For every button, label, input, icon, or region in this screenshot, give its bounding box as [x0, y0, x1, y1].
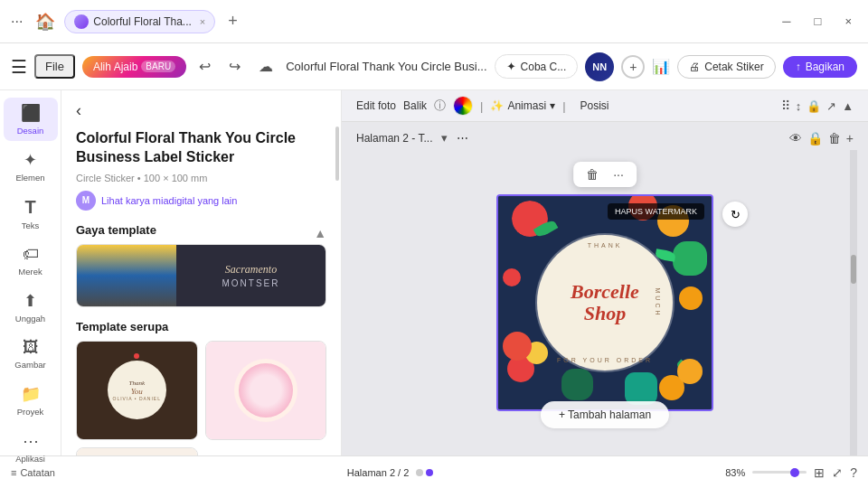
sidebar-item-desain[interactable]: ⬛ Desain [4, 98, 58, 141]
shop-name-line1: Borcelle [571, 281, 639, 303]
design-card[interactable]: THANK MUCH FOR YOUR ORDER Borcelle Shop … [496, 194, 713, 411]
cloud-save-icon[interactable]: ☁ [253, 54, 278, 79]
hapus-watermark-button[interactable]: HAPUS WATERMARK [608, 203, 704, 220]
active-tab[interactable]: Colorful Floral Tha... × [64, 10, 215, 33]
center-circle: THANK MUCH FOR YOUR ORDER Borcelle Shop [537, 235, 673, 371]
sidebar-item-gambar[interactable]: 🖼 Gambar [4, 333, 58, 375]
file-menu-button[interactable]: File [34, 54, 75, 79]
user-avatar[interactable]: NN [585, 52, 614, 81]
refresh-design-button[interactable]: ↻ [722, 202, 748, 227]
animasi-arrow: ▾ [550, 99, 555, 112]
template-serupa-title: Template serupa [76, 320, 326, 333]
analytics-icon[interactable]: 📊 [652, 58, 670, 75]
sidebar-item-merek[interactable]: 🏷 Merek [4, 239, 58, 282]
template-card-2-preview [206, 342, 326, 439]
page-dots [416, 469, 433, 476]
elemen-icon: ✦ [24, 150, 37, 170]
gaya-text-area: Sacramento MONTSER [176, 245, 326, 306]
dotted-grid-icon[interactable]: ⠿ [781, 99, 790, 113]
balik-button[interactable]: Balik [403, 99, 427, 112]
bagikan-button[interactable]: ↑ Bagikan [783, 56, 857, 78]
sidebar-item-teks[interactable]: T Teks [4, 192, 58, 236]
info-icon[interactable]: ⓘ [434, 98, 446, 114]
eye-icon[interactable]: 👁 [789, 131, 802, 145]
canvas-workspace[interactable]: 🗑 ··· [342, 150, 868, 455]
zoom-thumb [790, 468, 799, 477]
share-icon[interactable]: ↗ [826, 99, 836, 113]
coba-button[interactable]: ✦ Coba C... [495, 54, 579, 79]
animasi-button[interactable]: ✨ Animasi ▾ [490, 99, 555, 112]
template-card-3[interactable] [76, 447, 198, 455]
author-link[interactable]: Lihat karya miadigital yang lain [101, 195, 237, 206]
collapse-gaya-button[interactable]: ▲ [314, 226, 326, 240]
arrange-icon[interactable]: ↕ [796, 99, 802, 113]
merek-icon: 🏷 [23, 245, 39, 264]
scroll-up-icon[interactable]: ▲ [842, 99, 854, 113]
browser-dots-icon[interactable]: ··· [7, 10, 26, 33]
minimize-button[interactable]: ─ [773, 11, 799, 32]
add-page-button[interactable]: + Tambah halaman [541, 401, 669, 428]
notes-button[interactable]: ≡ Catatan [11, 467, 55, 478]
posisi-button[interactable]: Posisi [580, 99, 609, 112]
gaya-template-preview[interactable]: Sacramento MONTSER [76, 244, 326, 307]
cetak-stiker-button[interactable]: 🖨 Cetak Stiker [677, 55, 775, 79]
page-dot-1[interactable] [416, 469, 423, 476]
page-nav-bar: Halaman 2 - T... ▾ ⋯ 👁 🔒 🗑 + [342, 122, 868, 150]
help-button[interactable]: ? [850, 465, 857, 480]
template-card-2[interactable] [205, 341, 327, 440]
vscroll-thumb [851, 255, 856, 284]
tab-close-icon[interactable]: × [200, 16, 205, 27]
template-grid: Thank You OLIVIA • DANIEL [76, 341, 326, 455]
flower-extra-3 [561, 369, 593, 400]
alih-ajaib-label: Alih Ajaib [93, 61, 137, 73]
hamburger-icon[interactable]: ☰ [11, 56, 27, 78]
sidebar-item-unggah[interactable]: ⬆ Unggah [4, 286, 58, 329]
alih-ajaib-button[interactable]: Alih Ajaib BARU [82, 56, 186, 78]
invite-button[interactable]: + [621, 55, 645, 79]
gaya-font2: MONTSER [222, 278, 280, 288]
page-delete-icon[interactable]: 🗑 [828, 131, 841, 145]
document-title: Colorful Floral Thank You Circle Busi... [286, 60, 486, 73]
sidebar-item-aplikasi[interactable]: ⋯ Aplikasi [4, 426, 58, 469]
sidebar-item-proyek[interactable]: 📁 Proyek [4, 379, 58, 422]
icon-sidebar: ⬛ Desain ✦ Elemen T Teks 🏷 Merek ⬆ Ungga… [0, 90, 61, 455]
edit-foto-button[interactable]: Edit foto [356, 99, 396, 112]
page-lock-icon[interactable]: 🔒 [807, 131, 823, 145]
zoom-slider[interactable] [752, 471, 807, 474]
lock-icon[interactable]: 🔒 [807, 99, 821, 113]
page-add-icon[interactable]: + [846, 131, 854, 145]
sidebar-label-merek: Merek [18, 267, 42, 277]
page-dots-btn[interactable]: ⋯ [457, 131, 468, 145]
close-button[interactable]: × [835, 11, 861, 32]
sidebar-item-elemen[interactable]: ✦ Elemen [4, 145, 58, 188]
more-options-button[interactable]: ··· [608, 165, 629, 183]
color-palette-button[interactable] [453, 96, 473, 116]
panel-back-button[interactable]: ‹ [76, 101, 326, 120]
maximize-button[interactable]: □ [806, 11, 831, 32]
canvas-vertical-scrollbar[interactable] [850, 150, 857, 455]
gaya-section-title: Gaya template [76, 223, 156, 237]
new-tab-icon[interactable]: + [221, 8, 245, 34]
undo-button[interactable]: ↩ [193, 54, 216, 79]
baru-badge: BARU [141, 61, 175, 72]
delete-element-button[interactable]: 🗑 [580, 165, 604, 183]
expand-button[interactable]: ⤢ [832, 465, 843, 480]
design-panel: ‹ Colorful Floral Thank You Circle Busin… [61, 90, 342, 455]
thank-text: THANK [588, 242, 623, 249]
printer-icon: 🖨 [689, 61, 700, 73]
grid-view-button[interactable]: ⊞ [814, 465, 825, 480]
flower-extra-1 [503, 332, 532, 361]
template-card-1[interactable]: Thank You OLIVIA • DANIEL [76, 341, 198, 440]
tab-title: Colorful Floral Tha... [93, 15, 192, 28]
flower-extra-2 [677, 359, 703, 384]
sidebar-label-unggah: Unggah [15, 314, 45, 324]
sidebar-label-elemen: Elemen [15, 173, 44, 183]
sidebar-label-gambar: Gambar [14, 360, 45, 370]
page-dropdown-button[interactable]: ▾ [438, 129, 451, 146]
browser-home-icon[interactable]: 🏠 [32, 8, 59, 35]
page-dot-2[interactable] [426, 469, 433, 476]
template-title: Colorful Floral Thank You Circle Busines… [76, 129, 326, 167]
redo-button[interactable]: ↪ [223, 54, 246, 79]
template-meta: Circle Sticker • 100 × 100 mm [76, 173, 326, 183]
canvas-area: Edit foto Balik ⓘ | ✨ Animasi ▾ | Posisi… [342, 90, 868, 455]
